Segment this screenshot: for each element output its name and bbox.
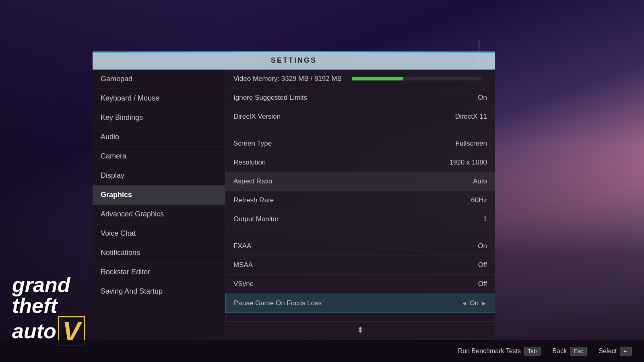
sidebar-item-audio[interactable]: Audio (93, 128, 225, 147)
directx-value: DirectX 11 (455, 113, 487, 121)
sidebar: Gamepad Keyboard / Mouse Key Bindings Au… (93, 70, 225, 338)
row-output-monitor[interactable]: Output Monitor 1 (225, 210, 495, 229)
vsync-value: Off (478, 280, 487, 288)
row-refresh-rate[interactable]: Refresh Rate 60Hz (225, 191, 495, 210)
row-resolution[interactable]: Resolution 1920 x 1080 (225, 153, 495, 172)
sidebar-item-rockstar-editor[interactable]: Rockstar Editor (93, 263, 225, 282)
back-key: Esc (570, 347, 586, 356)
fxaa-label: FXAA (233, 242, 251, 250)
arrow-right-icon: ► (481, 300, 487, 306)
benchmark-key: Tab (524, 347, 541, 356)
msaa-value: Off (478, 261, 487, 269)
logo-line2: theft (12, 295, 85, 316)
scroll-indicator: ⬍ (225, 321, 495, 338)
row-directx[interactable]: DirectX Version DirectX 11 (225, 107, 495, 126)
row-fxaa[interactable]: FXAA On (225, 237, 495, 256)
benchmark-label: Run Benchmark Tests (458, 348, 521, 355)
ignore-suggested-value: On (478, 94, 487, 102)
spacer-2 (225, 229, 495, 237)
sidebar-item-notifications[interactable]: Notifications (93, 243, 225, 263)
sidebar-item-keyboard-mouse[interactable]: Keyboard / Mouse (93, 89, 225, 108)
fxaa-value: On (478, 242, 487, 250)
sidebar-item-advanced-graphics[interactable]: Advanced Graphics (93, 205, 225, 224)
select-label: Select (599, 348, 617, 355)
directx-label: DirectX Version (233, 113, 281, 121)
memory-bar-fill (352, 77, 403, 80)
settings-body: Gamepad Keyboard / Mouse Key Bindings Au… (93, 70, 495, 338)
benchmark-action: Run Benchmark Tests Tab (458, 347, 541, 356)
refresh-rate-value: 60Hz (471, 196, 487, 204)
logo-line1: grand (12, 274, 85, 295)
screen-type-value: Fullscreen (456, 140, 487, 148)
resolution-value: 1920 x 1080 (449, 158, 487, 167)
spacer-1 (225, 126, 495, 134)
aspect-ratio-value: Auto (473, 177, 487, 185)
content-panel: Video Memory: 3329 MB / 8192 MB Ignore S… (225, 70, 495, 338)
msaa-label: MSAA (233, 261, 253, 269)
sidebar-item-graphics[interactable]: Graphics (93, 185, 225, 205)
row-aspect-ratio[interactable]: Aspect Ratio Auto (225, 172, 495, 191)
resolution-label: Resolution (233, 158, 266, 167)
logo-auto: auto (12, 319, 56, 343)
row-pause-focus[interactable]: Pause Game On Focus Loss ◄ On ► (225, 294, 495, 313)
content-rows: Video Memory: 3329 MB / 8192 MB Ignore S… (225, 70, 495, 321)
vsync-label: VSync (233, 280, 253, 288)
back-action[interactable]: Back Esc (553, 347, 587, 356)
row-msaa[interactable]: MSAA Off (225, 256, 495, 275)
output-monitor-label: Output Monitor (233, 215, 279, 223)
refresh-rate-label: Refresh Rate (233, 196, 274, 204)
video-memory-label: Video Memory: 3329 MB / 8192 MB (233, 75, 342, 83)
aspect-ratio-label: Aspect Ratio (233, 177, 272, 185)
ignore-suggested-label: Ignore Suggested Limits (233, 94, 307, 102)
settings-panel: SETTINGS Gamepad Keyboard / Mouse Key Bi… (93, 52, 495, 338)
select-key: ↵ (620, 347, 632, 356)
sidebar-item-key-bindings[interactable]: Key Bindings (93, 108, 225, 128)
sidebar-item-display[interactable]: Display (93, 166, 225, 185)
output-monitor-value: 1 (483, 215, 487, 223)
select-action[interactable]: Select ↵ (599, 347, 632, 356)
sidebar-item-gamepad[interactable]: Gamepad (93, 70, 225, 89)
back-label: Back (553, 348, 567, 355)
bottom-bar: Run Benchmark Tests Tab Back Esc Select … (0, 340, 644, 362)
memory-bar-container (352, 77, 481, 80)
pause-focus-control[interactable]: ◄ On ► (462, 299, 487, 307)
arrow-left-icon: ◄ (462, 300, 467, 306)
row-ignore-suggested[interactable]: Ignore Suggested Limits On (225, 88, 495, 107)
screen-type-label: Screen Type (233, 140, 272, 148)
sidebar-item-camera[interactable]: Camera (93, 147, 225, 166)
scroll-arrows-icon: ⬍ (357, 325, 364, 335)
pause-focus-label: Pause Game On Focus Loss (234, 299, 322, 307)
gta-logo: grand theft auto V (12, 274, 85, 346)
pause-focus-value: On (469, 299, 479, 307)
row-vsync[interactable]: VSync Off (225, 275, 495, 294)
sidebar-item-voice-chat[interactable]: Voice Chat (93, 224, 225, 243)
top-accent-line (93, 51, 495, 53)
settings-title: SETTINGS (93, 52, 495, 70)
sidebar-item-saving-startup[interactable]: Saving And Startup (93, 282, 225, 301)
row-screen-type[interactable]: Screen Type Fullscreen (225, 134, 495, 153)
video-memory-row: Video Memory: 3329 MB / 8192 MB (225, 70, 495, 88)
